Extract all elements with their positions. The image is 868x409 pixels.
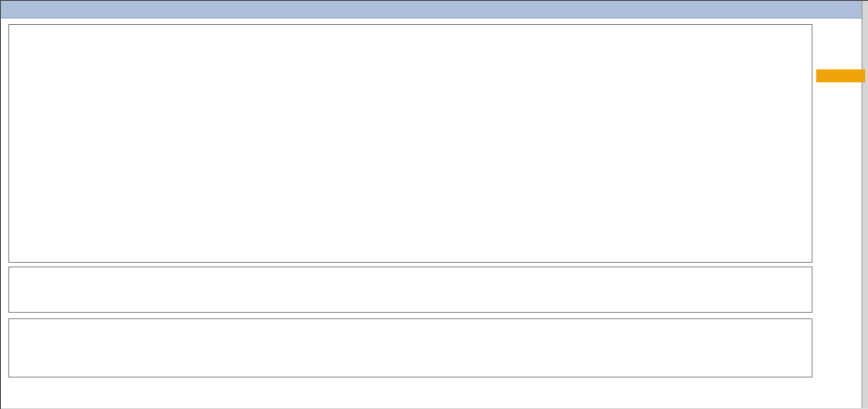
price-chart-svg[interactable]: [9, 25, 812, 262]
macd-chart-svg[interactable]: [9, 267, 812, 312]
macd-panel[interactable]: [8, 266, 813, 313]
indicator-legend[interactable]: [11, 28, 17, 39]
title-bar[interactable]: [1, 1, 862, 19]
current-price-badge: [816, 69, 865, 82]
chart-window: [0, 0, 868, 409]
rsi-chart-svg[interactable]: [9, 319, 812, 377]
window-right-edge: [862, 1, 868, 409]
rsi-panel[interactable]: [8, 318, 813, 378]
price-chart-panel[interactable]: [8, 24, 813, 263]
